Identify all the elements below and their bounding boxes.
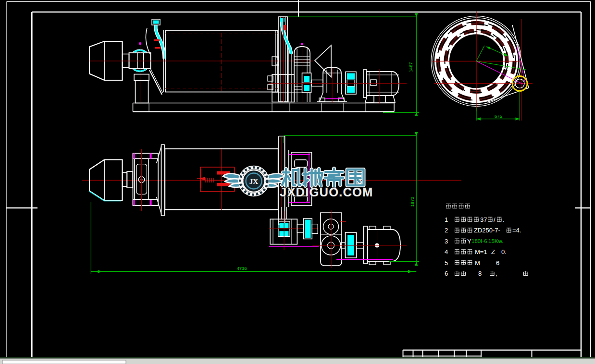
- svg-text:2: 2: [445, 227, 448, 234]
- svg-text:1467: 1467: [408, 62, 413, 72]
- svg-text:3: 3: [445, 238, 448, 245]
- svg-text:M=1: M=1: [475, 248, 487, 255]
- svg-text:=4.: =4.: [512, 227, 521, 234]
- svg-text:/: /: [494, 216, 496, 223]
- svg-text:1: 1: [445, 216, 448, 223]
- svg-text:,: ,: [496, 270, 497, 277]
- svg-text:4: 4: [445, 248, 448, 255]
- svg-text:37: 37: [480, 216, 487, 223]
- svg-text:0.: 0.: [501, 248, 507, 255]
- svg-text:15Kw.: 15Kw.: [488, 238, 503, 244]
- svg-text:6: 6: [496, 259, 499, 267]
- svg-text:6: 6: [445, 270, 448, 277]
- svg-text:Y: Y: [467, 238, 471, 245]
- svg-text:.: .: [503, 216, 505, 223]
- svg-text:180I-6: 180I-6: [471, 238, 487, 244]
- svg-text:JX: JX: [249, 178, 259, 185]
- svg-text:4736: 4736: [236, 266, 247, 271]
- svg-text:1973: 1973: [409, 196, 415, 206]
- svg-text:675: 675: [495, 113, 502, 119]
- svg-text:M: M: [475, 259, 480, 267]
- svg-text:Z: Z: [491, 248, 495, 255]
- svg-text:8: 8: [478, 270, 482, 277]
- svg-text:JXDIGUO.COM: JXDIGUO.COM: [280, 185, 373, 199]
- svg-text:5: 5: [445, 259, 448, 267]
- svg-text:ZD250-7-: ZD250-7-: [474, 227, 500, 234]
